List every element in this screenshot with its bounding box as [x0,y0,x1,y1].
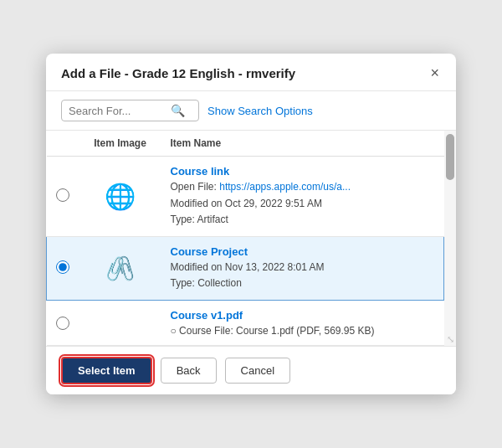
scrollbar[interactable] [444,131,456,345]
modal-footer: Select Item Back Cancel [46,346,456,394]
modal-dialog: Add a File - Grade 12 English - rmverify… [46,54,456,394]
table-row[interactable]: 🌐 Course link Open File: https://apps.ap… [47,157,444,237]
row1-meta-line3: Type: Artifact [171,214,228,225]
row1-name-cell: Course link Open File: https://apps.appl… [162,157,444,237]
col-select [47,131,79,157]
search-icon: 🔍 [171,104,185,117]
row3-name-cell: Course v1.pdf ○ Course File: Course 1.pd… [162,301,444,345]
overlay: Add a File - Grade 12 English - rmverify… [0,0,502,448]
row2-name-cell: Course Project Modified on Nov 13, 2022 … [162,237,444,301]
table-row[interactable]: 🖇️ Course Project Modified on Nov 13, 20… [47,237,444,301]
modal-title: Add a File - Grade 12 English - rmverify [61,66,295,80]
col-image: Item Image [79,131,162,157]
row2-meta-line1: Modified on Nov 13, 2022 8:01 AM [171,261,325,273]
row2-image-cell: 🖇️ [79,237,162,301]
table-row[interactable]: Course v1.pdf ○ Course File: Course 1.pd… [47,301,444,345]
row2-radio-cell[interactable] [47,237,79,301]
row2-meta-line2: Type: Collection [171,277,242,289]
row1-title[interactable]: Course link [171,165,436,178]
row3-meta-line1: ○ Course File: Course 1.pdf (PDF, 569.95… [171,325,375,337]
modal-header: Add a File - Grade 12 English - rmverify… [46,54,456,91]
row1-link[interactable]: https://apps.apple.com/us/a... [219,181,351,193]
table-header-row: Item Image Item Name [47,131,444,157]
resize-icon: ⤡ [447,335,454,344]
row2-title[interactable]: Course Project [171,245,436,258]
search-icon-button[interactable]: 🔍 [171,104,185,117]
back-button[interactable]: Back [161,358,217,384]
search-input[interactable] [69,105,169,117]
row2-radio[interactable] [56,260,69,274]
search-input-wrap: 🔍 [61,100,199,121]
row3-title[interactable]: Course v1.pdf [171,309,436,322]
row3-meta: ○ Course File: Course 1.pdf (PDF, 569.95… [171,323,436,339]
row3-radio[interactable] [56,317,69,330]
row3-image-cell [79,301,162,345]
binder-clip-icon: 🖇️ [105,257,135,281]
row1-meta-line2: Modified on Oct 29, 2022 9:51 AM [171,198,322,209]
row1-meta: Open File: https://apps.apple.com/us/a..… [171,179,436,228]
row2-meta: Modified on Nov 13, 2022 8:01 AM Type: C… [171,260,436,291]
globe-icon: 🌐 [105,184,136,209]
show-search-options-link[interactable]: Show Search Options [207,105,313,117]
row3-radio-cell[interactable] [47,301,79,345]
select-item-button[interactable]: Select Item [61,357,152,384]
col-name: Item Name [162,131,444,157]
row1-radio[interactable] [56,188,69,202]
scrollbar-thumb[interactable] [446,134,454,180]
cancel-button[interactable]: Cancel [225,358,290,384]
row1-meta-line1: Open File: https://apps.apple.com/us/a..… [171,181,351,193]
close-button[interactable]: × [428,65,441,80]
row1-radio-cell[interactable] [47,157,79,237]
row1-image-cell: 🌐 [79,157,162,237]
table-area: Item Image Item Name 🌐 Cours [46,131,456,345]
items-table: Item Image Item Name 🌐 Cours [46,131,444,345]
search-bar: 🔍 Show Search Options [46,91,456,131]
